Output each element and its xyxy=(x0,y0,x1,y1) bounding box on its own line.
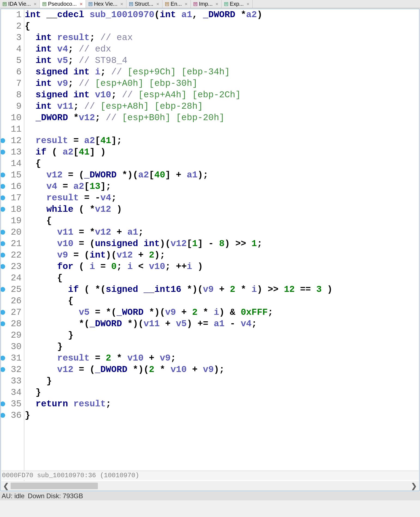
code-line[interactable]: } xyxy=(25,329,419,341)
breakpoint-icon[interactable] xyxy=(1,367,5,372)
code-line[interactable]: { xyxy=(25,215,419,226)
line-number[interactable]: 11 xyxy=(1,124,23,134)
breakpoint-icon[interactable] xyxy=(1,264,5,269)
breakpoint-icon[interactable] xyxy=(1,287,5,292)
line-number[interactable]: 13 xyxy=(1,147,23,157)
code-line[interactable]: return result; xyxy=(25,398,419,410)
code-line[interactable]: } xyxy=(25,375,419,387)
breakpoint-icon[interactable] xyxy=(1,150,5,155)
code-content[interactable]: int __cdecl sub_10010970(int a1, _DWORD … xyxy=(24,9,419,491)
line-number[interactable]: 22 xyxy=(1,250,23,260)
breakpoint-icon[interactable] xyxy=(1,184,5,189)
tab-idavie[interactable]: IDA Vie...✕ xyxy=(0,0,40,8)
tab-pseudoco[interactable]: Pseudoco...✕ xyxy=(40,0,86,8)
tab-en[interactable]: En...✕ xyxy=(162,0,191,8)
code-line[interactable] xyxy=(25,123,419,135)
line-number[interactable]: 27 xyxy=(1,307,23,318)
breakpoint-icon[interactable] xyxy=(1,241,5,246)
line-number[interactable]: 16 xyxy=(1,182,23,192)
breakpoint-icon[interactable] xyxy=(1,138,5,143)
code-line[interactable]: } xyxy=(25,341,419,352)
line-number[interactable]: 5 xyxy=(1,56,23,66)
breakpoint-icon[interactable] xyxy=(1,253,5,258)
line-number[interactable]: 26 xyxy=(1,296,23,306)
line-number[interactable]: 35 xyxy=(1,399,23,409)
line-number[interactable]: 7 xyxy=(1,78,23,89)
code-line[interactable]: if ( *(signed __int16 *)(v9 + 2 * i) >> … xyxy=(25,284,419,295)
line-number[interactable]: 29 xyxy=(1,330,23,340)
code-line[interactable]: v4 = a2[13]; xyxy=(25,181,419,192)
breakpoint-icon[interactable] xyxy=(1,207,5,212)
tab-struct[interactable]: Struct...✕ xyxy=(126,0,162,8)
line-number[interactable]: 14 xyxy=(1,159,23,169)
code-line[interactable]: _DWORD *v12; // [esp+B0h] [ebp-20h] xyxy=(25,112,419,123)
line-number[interactable]: 19 xyxy=(1,216,23,226)
code-line[interactable]: v12 = (_DWORD *)(2 * v10 + v9); xyxy=(25,364,419,375)
line-number[interactable]: 33 xyxy=(1,376,23,386)
breakpoint-icon[interactable] xyxy=(1,321,5,326)
code-line[interactable]: int v5; // ST98_4 xyxy=(25,55,419,66)
code-line[interactable]: } xyxy=(25,387,419,398)
line-number[interactable]: 10 xyxy=(1,113,23,123)
line-number[interactable]: 20 xyxy=(1,227,23,237)
line-number[interactable]: 25 xyxy=(1,285,23,295)
line-number[interactable]: 8 xyxy=(1,90,23,100)
code-line[interactable]: result = a2[41]; xyxy=(25,135,419,146)
close-icon[interactable]: ✕ xyxy=(215,2,219,6)
close-icon[interactable]: ✕ xyxy=(185,2,188,6)
breakpoint-icon[interactable] xyxy=(1,356,5,361)
line-number[interactable]: 30 xyxy=(1,342,23,352)
close-icon[interactable]: ✕ xyxy=(156,2,159,6)
tab-hexvie[interactable]: Hex Vie...✕ xyxy=(86,0,126,8)
line-number[interactable]: 2 xyxy=(1,21,23,31)
code-line[interactable]: v11 = *v12 + a1; xyxy=(25,226,419,238)
breakpoint-icon[interactable] xyxy=(1,413,5,418)
horizontal-scrollbar[interactable]: ❮ ❯ xyxy=(1,481,419,491)
line-number[interactable]: 15 xyxy=(1,170,23,180)
code-line[interactable]: { xyxy=(25,295,419,307)
breakpoint-icon[interactable] xyxy=(1,195,5,200)
code-line[interactable]: result = 2 * v10 + v9; xyxy=(25,352,419,364)
scroll-right-arrow[interactable]: ❯ xyxy=(409,482,419,490)
line-number[interactable]: 4 xyxy=(1,44,23,54)
code-line[interactable]: signed int i; // [esp+9Ch] [ebp-34h] xyxy=(25,66,419,78)
line-number[interactable]: 18 xyxy=(1,204,23,214)
scroll-track[interactable] xyxy=(11,482,409,490)
code-line[interactable]: int v11; // [esp+A8h] [ebp-28h] xyxy=(25,101,419,112)
line-number[interactable]: 24 xyxy=(1,273,23,283)
scroll-left-arrow[interactable]: ❮ xyxy=(1,482,11,490)
line-number[interactable]: 9 xyxy=(1,101,23,111)
breakpoint-icon[interactable] xyxy=(1,173,5,177)
scroll-thumb[interactable] xyxy=(11,483,98,489)
code-line[interactable]: v10 = (unsigned int)(v12[1] - 8) >> 1; xyxy=(25,238,419,249)
line-number[interactable]: 12 xyxy=(1,136,23,146)
line-number[interactable]: 28 xyxy=(1,319,23,329)
close-icon[interactable]: ✕ xyxy=(120,2,123,6)
code-line[interactable]: int v4; // edx xyxy=(25,43,419,55)
code-line[interactable]: v5 = *(_WORD *)(v9 + 2 * i) & 0xFFF; xyxy=(25,307,419,318)
code-line[interactable]: result = -v4; xyxy=(25,192,419,204)
tab-exp[interactable]: Exp...✕ xyxy=(222,0,253,8)
code-line[interactable]: v9 = (int)(v12 + 2); xyxy=(25,249,419,261)
code-line[interactable]: *(_DWORD *)(v11 + v5) += a1 - v4; xyxy=(25,318,419,329)
line-number[interactable]: 36 xyxy=(1,410,23,421)
line-number[interactable]: 3 xyxy=(1,33,23,43)
code-line[interactable]: int v9; // [esp+A0h] [ebp-30h] xyxy=(25,78,419,89)
line-number[interactable]: 23 xyxy=(1,262,23,272)
breakpoint-icon[interactable] xyxy=(1,230,5,235)
line-number[interactable]: 1 xyxy=(1,10,23,20)
tab-imp[interactable]: Imp...✕ xyxy=(191,0,222,8)
code-line[interactable]: { xyxy=(25,272,419,284)
close-icon[interactable]: ✕ xyxy=(80,2,83,6)
code-line[interactable]: } xyxy=(25,410,419,421)
code-line[interactable]: signed int v10; // [esp+A4h] [ebp-2Ch] xyxy=(25,89,419,101)
code-line[interactable]: while ( *v12 ) xyxy=(25,204,419,215)
code-line[interactable]: v12 = (_DWORD *)(a2[40] + a1); xyxy=(25,169,419,181)
code-line[interactable]: for ( i = 0; i < v10; ++i ) xyxy=(25,261,419,272)
close-icon[interactable]: ✕ xyxy=(34,2,37,6)
code-line[interactable]: { xyxy=(25,20,419,32)
code-line[interactable]: int __cdecl sub_10010970(int a1, _DWORD … xyxy=(25,9,419,20)
line-number[interactable]: 21 xyxy=(1,239,23,249)
line-number[interactable]: 34 xyxy=(1,388,23,398)
close-icon[interactable]: ✕ xyxy=(246,2,250,6)
